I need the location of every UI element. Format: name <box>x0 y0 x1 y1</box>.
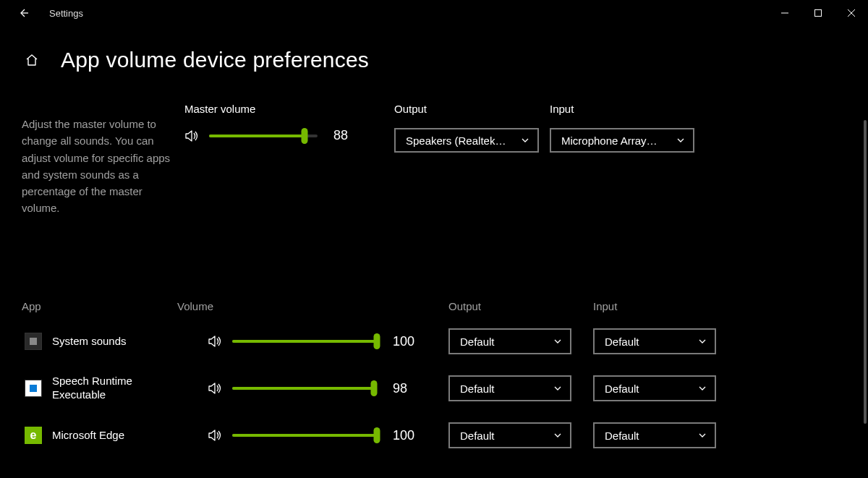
apps-header-app: App <box>22 300 177 312</box>
arrow-left-icon <box>17 7 29 19</box>
home-button[interactable] <box>25 53 39 67</box>
app-output-dropdown[interactable]: Default <box>448 375 571 401</box>
app-output-value: Default <box>460 383 495 395</box>
app-output-value: Default <box>460 430 495 442</box>
app-output-dropdown[interactable]: Default <box>448 328 571 354</box>
speaker-icon[interactable] <box>208 381 224 396</box>
app-volume-value: 98 <box>393 381 416 396</box>
app-output-dropdown[interactable]: Default <box>448 422 571 448</box>
chevron-down-icon <box>676 135 686 145</box>
apps-header-volume: Volume <box>177 300 434 312</box>
master-volume-slider[interactable] <box>209 135 318 137</box>
app-name-label: Microsoft Edge <box>52 429 124 443</box>
master-input-dropdown[interactable]: Microphone Array… <box>550 128 694 153</box>
app-name-label: Speech Runtime Executable <box>52 375 168 402</box>
page-description: Adjust the master volume to change all s… <box>22 116 184 217</box>
app-volume-slider[interactable] <box>232 434 377 437</box>
close-button[interactable] <box>835 0 868 26</box>
app-input-dropdown[interactable]: Default <box>593 375 716 401</box>
app-row: eMicrosoft Edge100DefaultDefault <box>22 412 846 459</box>
app-input-dropdown[interactable]: Default <box>593 328 716 354</box>
close-icon <box>847 9 856 17</box>
app-output-value: Default <box>460 336 495 348</box>
master-input-label: Input <box>550 103 705 115</box>
title-bar: Settings <box>0 0 868 26</box>
maximize-icon <box>814 9 822 17</box>
app-volume-value: 100 <box>393 428 416 443</box>
app-input-value: Default <box>605 336 639 348</box>
app-input-dropdown[interactable]: Default <box>593 422 716 448</box>
speaker-icon[interactable] <box>184 129 200 143</box>
master-volume-label: Master volume <box>184 103 394 115</box>
speaker-icon[interactable] <box>208 334 224 349</box>
master-volume-value: 88 <box>333 128 357 143</box>
apps-header-input: Input <box>593 300 723 312</box>
app-volume-slider[interactable] <box>232 340 377 343</box>
window-controls <box>768 0 868 26</box>
minimize-icon <box>780 9 789 17</box>
app-name-label: System sounds <box>52 335 127 349</box>
window-title: Settings <box>49 8 83 19</box>
svg-rect-0 <box>815 10 822 17</box>
speaker-icon[interactable] <box>208 428 224 443</box>
app-volume-value: 100 <box>393 334 416 349</box>
maximize-button[interactable] <box>801 0 835 26</box>
master-input-value: Microphone Array… <box>561 135 658 147</box>
page-title: App volume device preferences <box>61 48 369 72</box>
master-output-dropdown[interactable]: Speakers (Realtek… <box>394 128 539 153</box>
app-volume-slider[interactable] <box>232 387 377 390</box>
back-button[interactable] <box>9 0 38 26</box>
app-input-value: Default <box>605 383 639 395</box>
master-output-value: Speakers (Realtek… <box>406 135 506 147</box>
chevron-down-icon <box>520 135 530 145</box>
app-input-value: Default <box>605 430 639 442</box>
app-icon <box>25 333 42 350</box>
content-area: App volume device preferences Adjust the… <box>0 26 868 478</box>
minimize-button[interactable] <box>768 0 801 26</box>
app-row: System sounds100DefaultDefault <box>22 318 846 365</box>
master-output-label: Output <box>394 103 550 115</box>
apps-header-output: Output <box>448 300 593 312</box>
vertical-scrollbar[interactable] <box>864 120 867 424</box>
app-row: Speech Runtime Executable98DefaultDefaul… <box>22 365 846 412</box>
app-icon <box>25 380 42 397</box>
app-icon: e <box>25 427 42 444</box>
home-icon <box>25 53 39 67</box>
